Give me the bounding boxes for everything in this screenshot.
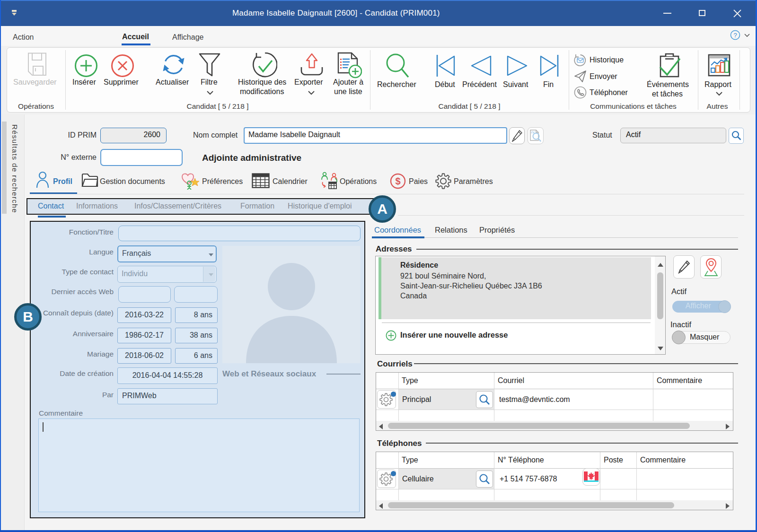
svg-text:?: ? — [733, 32, 737, 39]
svg-text:$: $ — [395, 176, 400, 186]
